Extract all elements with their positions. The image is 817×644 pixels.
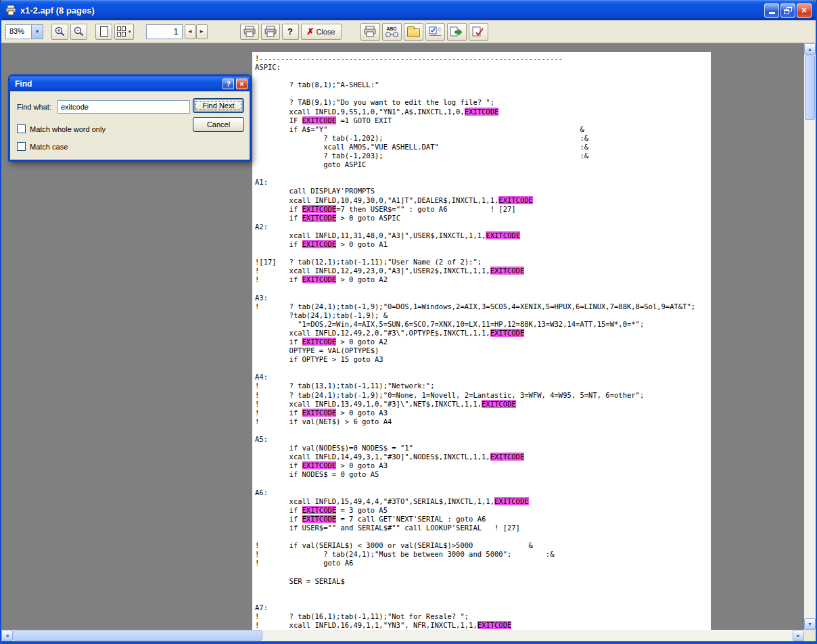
page-number-input[interactable] xyxy=(146,24,183,39)
code-line: ! ? tab(16,1);tab(-1,11);"Not for Resale… xyxy=(255,612,711,621)
zoom-value: 83% xyxy=(6,25,31,39)
minimize-button[interactable] xyxy=(764,3,779,18)
code-line: A3: xyxy=(255,294,711,302)
code-line: if EXITCODE > 0 goto A2 xyxy=(255,338,711,346)
scroll-up-button[interactable]: ▲ xyxy=(804,43,816,55)
export-icon xyxy=(450,26,463,37)
print-document-button[interactable] xyxy=(360,23,380,41)
code-line: ! if val(NET$) > 6 goto A4 xyxy=(255,417,711,426)
match-case-checkbox[interactable] xyxy=(17,142,26,151)
code-line: ! xcall INFLD,12,49,23,0,"A3]",USER2$,IN… xyxy=(255,267,711,275)
match-whole-word-checkbox[interactable] xyxy=(17,124,26,133)
code-line: xcall INFLD,10,49,30,0,"A1]T",DEALER$,IN… xyxy=(255,196,711,205)
zoom-in-icon xyxy=(54,26,66,37)
multi-page-view-button[interactable]: ▾ xyxy=(114,24,134,40)
code-line: ! if EXITCODE > 0 goto A2 xyxy=(255,275,711,284)
multi-page-icon xyxy=(117,26,126,37)
find-dialog-body: Find what: Find Next Cancel Match whole … xyxy=(10,91,250,160)
find-what-input[interactable] xyxy=(57,100,190,114)
match-whole-word-row: Match whole word only xyxy=(17,124,106,133)
open-file-button[interactable] xyxy=(404,23,423,41)
code-line xyxy=(255,72,711,80)
window-title: x1-2.apf (8 pages) xyxy=(20,5,760,16)
code-line xyxy=(255,568,711,576)
close-button[interactable]: × xyxy=(797,3,812,18)
code-line xyxy=(255,364,711,373)
scroll-down-button[interactable]: ▼ xyxy=(804,618,816,630)
code-line xyxy=(255,586,711,595)
code-line: if EXITCODE > 0 goto ASPIC xyxy=(255,214,711,223)
restore-button[interactable] xyxy=(780,3,795,18)
help-icon: ? xyxy=(226,80,231,88)
titlebar[interactable]: x1-2.apf (8 pages) × xyxy=(1,0,816,20)
find-text-button[interactable]: ABC xyxy=(382,23,402,41)
single-page-view-button[interactable] xyxy=(95,24,112,40)
toolbar: 83% ▾ ▾ ◄ xyxy=(1,20,816,43)
close-icon: × xyxy=(801,5,807,15)
code-line: A4: xyxy=(255,373,711,382)
code-line: xcall INFLD,12,49,2,0,"#3\",OPTYPE$,INXC… xyxy=(255,329,711,338)
cancel-button[interactable]: Cancel xyxy=(193,117,244,132)
find-help-button[interactable]: ? xyxy=(223,78,234,89)
code-line: SER = SERIAL$ xyxy=(255,577,711,586)
chevron-down-icon[interactable]: ▾ xyxy=(129,29,131,34)
code-line xyxy=(255,249,711,258)
find-what-label: Find what: xyxy=(17,103,51,111)
zoom-select[interactable]: 83% ▾ xyxy=(5,24,43,39)
code-line: ! ? tab(24,1);"Must be between 3000 and … xyxy=(255,550,711,559)
code-line xyxy=(255,426,711,435)
previous-page-button[interactable]: ◄ xyxy=(185,24,196,39)
match-whole-word-label: Match whole word only xyxy=(30,125,106,133)
code-line xyxy=(255,169,711,178)
validate-button[interactable] xyxy=(469,23,488,41)
right-arrow-icon: ► xyxy=(199,28,204,34)
code-line: A6: xyxy=(255,488,711,497)
zoom-in-button[interactable] xyxy=(51,24,68,40)
code-line: ? TAB(9,1);"Do you want to edit the log … xyxy=(255,98,711,107)
close-preview-label: Close xyxy=(316,28,335,36)
find-dialog-titlebar[interactable]: Find ? × xyxy=(10,76,250,91)
code-line: xcall INFLD,11,31,48,0,"A3]",USER$,INXCT… xyxy=(255,231,711,240)
code-line: ? tab(8,1);"A-SHELL:" xyxy=(255,80,711,89)
help-button[interactable]: ? xyxy=(282,24,299,40)
print-button[interactable] xyxy=(240,24,259,40)
export-button[interactable] xyxy=(447,23,467,41)
find-text-icon: ABC xyxy=(386,26,398,37)
scroll-right-button[interactable]: ► xyxy=(793,630,804,641)
left-arrow-icon: ◄ xyxy=(5,633,9,638)
code-line: if EXITCODE = 3 goto A5 xyxy=(255,506,711,515)
red-checkmark-icon xyxy=(472,26,485,37)
code-line: xcall INFLD,9,55,1,0,"YN1",A$,INXCTL,1,0… xyxy=(255,108,711,116)
print-setup-button[interactable] xyxy=(261,24,280,40)
find-next-button[interactable]: Find Next xyxy=(193,98,244,113)
horizontal-scroll-thumb[interactable] xyxy=(14,630,262,641)
close-preview-button[interactable]: ✗ Close xyxy=(301,24,342,40)
code-line: xcall AMOS,"VUE ASHELL.DAT" :& xyxy=(255,143,711,152)
code-line: ! goto A6 xyxy=(255,559,711,568)
horizontal-scrollbar[interactable]: ◄ ► xyxy=(1,630,804,641)
code-line: if val(NODES$)=0 NODES$ = "1" xyxy=(255,444,711,453)
code-line: if EXITCODE = 7 call GET'NEXT'SERIAL : g… xyxy=(255,515,711,524)
code-line: call DISPLAY'PROMPTS xyxy=(255,187,711,196)
code-line xyxy=(255,89,711,98)
match-case-label: Match case xyxy=(30,143,68,151)
scroll-left-button[interactable]: ◄ xyxy=(1,630,13,641)
minimize-icon xyxy=(769,12,775,14)
chevron-down-icon[interactable]: ▾ xyxy=(31,25,43,39)
restore-icon xyxy=(784,7,792,14)
vertical-scroll-thumb[interactable] xyxy=(805,55,815,120)
left-arrow-icon: ◄ xyxy=(187,28,193,34)
zoom-out-button[interactable] xyxy=(70,24,87,40)
printer-icon xyxy=(243,26,256,37)
code-line: ?tab(24,1);tab(-1,9); & xyxy=(255,311,711,320)
find-close-button[interactable]: × xyxy=(236,78,248,89)
next-page-button[interactable]: ► xyxy=(196,24,208,39)
vertical-scrollbar[interactable]: ▲ ▼ xyxy=(804,43,816,630)
code-line: ! if EXITCODE > 0 goto A3 xyxy=(255,409,711,417)
code-line: if EXITCODE=7 then USER$="" : goto A6 ! … xyxy=(255,205,711,214)
options-form-button[interactable] xyxy=(425,23,445,41)
code-line: ASPIC: xyxy=(255,63,711,72)
printer-icon xyxy=(363,26,377,37)
code-line: ! ? tab(13,1);tab(-1,11);"Network:"; xyxy=(255,382,711,390)
single-page-icon xyxy=(100,26,108,37)
